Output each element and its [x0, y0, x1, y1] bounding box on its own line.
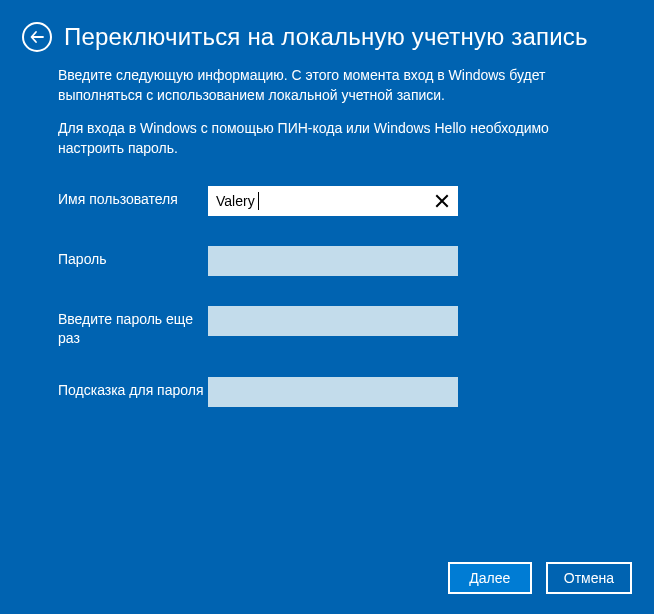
next-button[interactable]: Далее [448, 562, 532, 594]
back-button[interactable] [22, 22, 52, 52]
username-label: Имя пользователя [58, 186, 208, 208]
text-caret [258, 192, 259, 210]
back-arrow-icon [29, 29, 45, 45]
page-title: Переключиться на локальную учетную запис… [64, 23, 588, 52]
password-hint-label: Подсказка для пароля [58, 377, 208, 399]
username-input[interactable] [208, 186, 458, 216]
cancel-button[interactable]: Отмена [546, 562, 632, 594]
confirm-password-input[interactable] [208, 306, 458, 336]
description-line-1: Введите следующую информацию. С этого мо… [58, 66, 596, 105]
account-form: Имя пользователя Пароль Введите пароль е… [58, 186, 596, 406]
description-line-2: Для входа в Windows с помощью ПИН-кода и… [58, 119, 596, 158]
clear-username-button[interactable] [428, 186, 456, 216]
confirm-password-label: Введите пароль еще раз [58, 306, 208, 346]
password-hint-input[interactable] [208, 377, 458, 407]
close-icon [435, 194, 449, 208]
password-input[interactable] [208, 246, 458, 276]
password-label: Пароль [58, 246, 208, 268]
